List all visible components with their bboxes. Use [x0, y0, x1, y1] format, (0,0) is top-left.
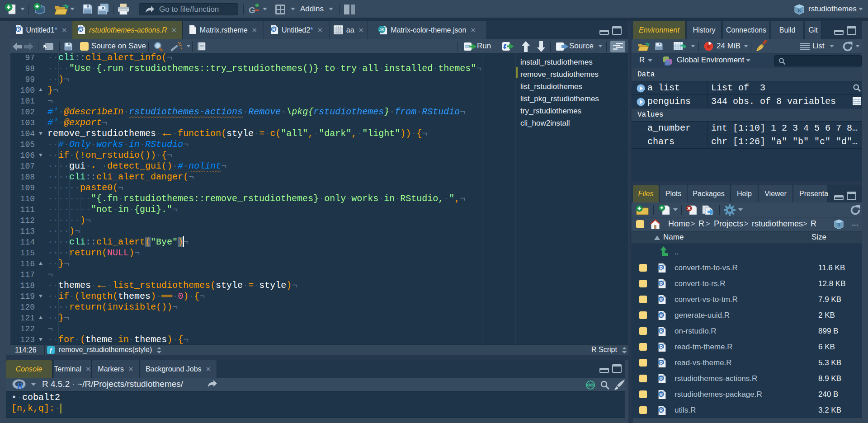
svg-text:R: R: [272, 27, 276, 32]
svg-text:G: G: [249, 5, 255, 15]
svg-text:JS: JS: [379, 28, 384, 32]
svg-text:R: R: [660, 329, 663, 334]
svg-text:R: R: [660, 313, 663, 318]
svg-text:R: R: [17, 381, 24, 390]
svg-text:R: R: [797, 7, 801, 13]
svg-text:R: R: [660, 392, 663, 397]
svg-text:R: R: [660, 376, 663, 381]
svg-text:R: R: [660, 361, 663, 366]
svg-text:R: R: [16, 27, 20, 32]
svg-text:R: R: [660, 282, 663, 287]
svg-text:R: R: [660, 345, 663, 350]
svg-text:R: R: [660, 408, 663, 413]
svg-text:R: R: [660, 297, 663, 302]
svg-text:R: R: [837, 222, 841, 227]
svg-text:R: R: [660, 266, 663, 271]
svg-text:R: R: [79, 27, 83, 32]
